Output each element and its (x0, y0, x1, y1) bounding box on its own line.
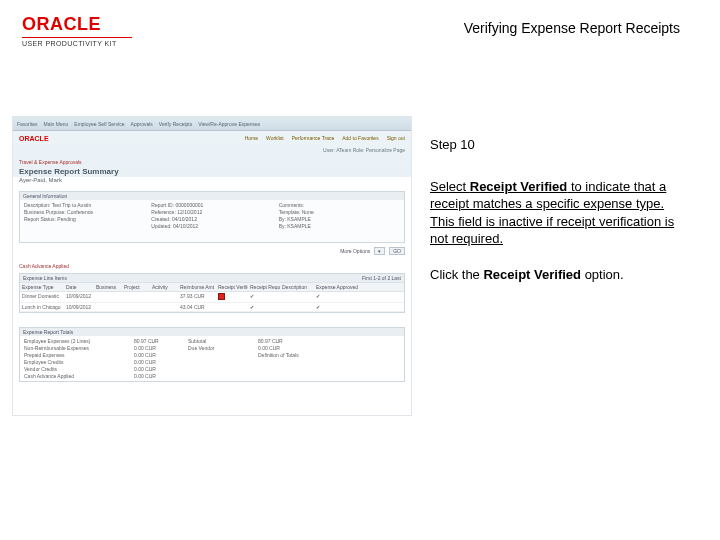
field-label: By (279, 216, 285, 222)
expense-grid-header: Expense Type Date Business Project Activ… (20, 282, 404, 292)
app-top-links: Home Worklist Performance Trace Add to F… (245, 135, 405, 141)
col-header: Project (122, 283, 150, 291)
field-value: KSAMPLE (287, 223, 311, 229)
report-title: Expense Report Summary (19, 167, 119, 176)
totals-link[interactable]: Definition of Totals (258, 352, 318, 358)
go-button[interactable]: GO (389, 247, 405, 255)
instruction-action: Click the Receipt Verified option. (430, 266, 690, 284)
totals-label: Prepaid Expenses (24, 352, 134, 358)
general-info-box: General Information Description: Test Tr… (19, 191, 405, 243)
totals-body: Employee Expenses (2 Lines)80.97 CURSubt… (20, 336, 404, 381)
totals-value: 0.00 CUR (258, 345, 318, 351)
oracle-logo: ORACLE (22, 14, 132, 35)
col-header: Expense Approved (314, 283, 368, 291)
cash-advance-label: Cash Advance Applied (19, 263, 69, 269)
field-value: 12/10/2012 (177, 209, 202, 215)
receipt-verified-checkbox[interactable] (218, 293, 225, 300)
top-link[interactable]: Worklist (266, 135, 284, 141)
cell-project (122, 303, 150, 311)
col-header: Receipt Required (248, 283, 280, 291)
more-options-row: More Options ▾ GO (19, 247, 405, 255)
instruction-action-pre: Click the (430, 267, 483, 282)
app-brand: ORACLE (19, 135, 49, 142)
totals-label: Due Vendor (188, 345, 258, 351)
expense-lines-header: Expense Line Items (23, 275, 67, 281)
totals-value: 80.97 CUR (258, 338, 318, 344)
table-row: Dinner Domestic 10/09/2012 37.93 CUR ✔ ✔ (20, 292, 404, 303)
toolbar-item[interactable]: View/Re-Approve Expenses (198, 121, 260, 127)
totals-value: 0.00 CUR (134, 359, 178, 365)
top-link[interactable]: Sign out (387, 135, 405, 141)
toolbar-item[interactable]: Verify Receipts (159, 121, 192, 127)
totals-label: Subtotal (188, 338, 258, 344)
toolbar-item[interactable]: Approvals (131, 121, 153, 127)
col-header: Activity (150, 283, 178, 291)
field-label: Reference (151, 209, 174, 215)
embedded-screenshot: Favorites Main Menu Employee Self Servic… (12, 116, 412, 416)
top-link[interactable]: Add to Favorites (342, 135, 378, 141)
totals-label: Non-Reimbursable Expenses (24, 345, 134, 351)
cell-amount: 43.04 CUR (178, 303, 216, 311)
app-toolbar: Favorites Main Menu Employee Self Servic… (13, 117, 411, 131)
cell-receipt-verified[interactable] (216, 303, 248, 311)
more-options-label: More Options (340, 248, 370, 254)
field-label: Created (151, 216, 169, 222)
cell-date: 10/09/2012 (64, 303, 94, 311)
field-value: 04/10/2012 (173, 223, 198, 229)
cell-receipt-required: ✔ (248, 292, 280, 302)
field-value: None (302, 209, 314, 215)
cell-activity (150, 292, 178, 302)
toolbar-item[interactable]: Favorites (17, 121, 38, 127)
toolbar-item[interactable]: Main Menu (44, 121, 69, 127)
more-options-select[interactable]: ▾ (374, 247, 385, 255)
report-subtitle: Ayer-Paid, Mark (19, 177, 62, 183)
totals-label: Vendor Credits (24, 366, 134, 372)
field-label: Comments (279, 202, 303, 208)
cell-business (94, 303, 122, 311)
cell-expense-type: Dinner Domestic (20, 292, 64, 302)
cell-expense-type: Lunch in Chicago (20, 303, 64, 311)
totals-value: 0.00 CUR (134, 373, 178, 379)
cell-expense-approved: ✔ (314, 292, 368, 302)
expense-lines-section: Expense Line Items First 1-2 of 2 Last E… (19, 273, 405, 313)
cell-receipt-verified[interactable] (216, 292, 248, 302)
instruction-panel: Step 10 Select Receipt Verified to indic… (430, 136, 690, 301)
instruction-action-post: option. (581, 267, 624, 282)
col-header: Date (64, 283, 94, 291)
totals-value: 0.00 CUR (134, 366, 178, 372)
field-value: Pending (57, 216, 75, 222)
field-value: Test Trip to Austin (52, 202, 91, 208)
field-value: 04/10/2012 (172, 216, 197, 222)
field-label: By (279, 223, 285, 229)
totals-section: Expense Report Totals Employee Expenses … (19, 327, 405, 382)
top-link[interactable]: Performance Trace (292, 135, 335, 141)
col-header: Description (280, 283, 314, 291)
instruction-body-pre: Select (430, 179, 470, 194)
cell-description (280, 292, 314, 302)
top-link[interactable]: Home (245, 135, 258, 141)
cell-activity (150, 303, 178, 311)
totals-header: Expense Report Totals (23, 329, 73, 335)
field-value: Conference (67, 209, 93, 215)
field-label: Description (24, 202, 49, 208)
field-label: Template (279, 209, 299, 215)
brand-block: ORACLE USER PRODUCTIVITY KIT (22, 14, 132, 47)
col-header: Business (94, 283, 122, 291)
totals-label: Employee Credits (24, 359, 134, 365)
cell-receipt-required: ✔ (248, 303, 280, 311)
instruction-action-bold: Receipt Verified (483, 267, 581, 282)
totals-label: Cash Advance Applied (24, 373, 134, 379)
totals-value: 80.97 CUR (134, 338, 178, 344)
cell-project (122, 292, 150, 302)
logo-divider (22, 37, 132, 38)
logo-subtitle: USER PRODUCTIVITY KIT (22, 40, 132, 47)
field-value: KSAMPLE (287, 216, 311, 222)
step-label: Step 10 (430, 136, 690, 154)
cell-expense-approved: ✔ (314, 303, 368, 311)
instruction-body: Select Receipt Verified to indicate that… (430, 178, 690, 248)
breadcrumb: Travel & Expense Approvals (19, 159, 82, 165)
col-header: Reimburse Amt (178, 283, 216, 291)
field-label: Report Status (24, 216, 55, 222)
toolbar-item[interactable]: Employee Self Service (74, 121, 124, 127)
cell-business (94, 292, 122, 302)
